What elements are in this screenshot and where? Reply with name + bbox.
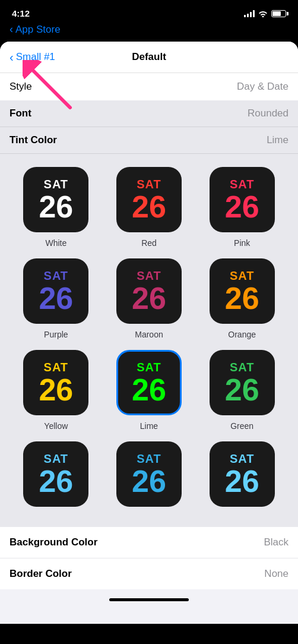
watch-face-green: SAT26: [210, 350, 275, 415]
color-item-red[interactable]: SAT26Red: [103, 161, 196, 252]
color-item-orange[interactable]: SAT26Orange: [195, 252, 289, 344]
watch-face-yellow: SAT26: [23, 350, 88, 415]
watch-num-green: 26: [225, 374, 259, 405]
watch-num-yellow: 26: [39, 374, 73, 405]
color-grid: SAT26WhiteSAT26RedSAT26PinkSAT26PurpleSA…: [9, 161, 289, 517]
color-name-maroon: Maroon: [135, 330, 163, 339]
home-bar: [109, 598, 189, 601]
watch-face-teal1: SAT26: [23, 441, 88, 507]
tint-color-label: Tint Color: [9, 134, 57, 146]
watch-num-white: 26: [39, 191, 73, 222]
background-color-value: Black: [264, 536, 289, 548]
watch-num-lime: 26: [132, 374, 166, 405]
color-name-pink: Pink: [234, 238, 250, 248]
main-card: ‹ Small #1 Default Style Day & Date Font…: [0, 42, 298, 624]
watch-num-cyan: 26: [225, 466, 259, 497]
watch-num-red: 26: [132, 191, 166, 222]
color-item-maroon[interactable]: SAT26Maroon: [103, 252, 196, 344]
watch-face-lime: SAT26: [116, 350, 182, 415]
style-label: Style: [9, 81, 32, 93]
status-bar: 4:12: [0, 0, 298, 23]
nav-back-label: Small #1: [16, 51, 55, 63]
color-item-purple[interactable]: SAT26Purple: [9, 252, 103, 344]
border-color-label: Border Color: [9, 568, 72, 580]
style-section: Style Day & Date: [0, 73, 298, 100]
app-store-back[interactable]: ‹ App Store: [0, 23, 298, 42]
watch-num-orange: 26: [225, 283, 259, 314]
color-item-lime[interactable]: SAT26Lime: [103, 344, 196, 435]
color-item-teal1[interactable]: SAT26: [9, 435, 103, 517]
nav-back-chevron-icon: ‹: [9, 50, 14, 64]
status-time: 4:12: [12, 8, 30, 18]
watch-face-purple: SAT26: [23, 258, 88, 324]
wifi-icon: [258, 10, 268, 17]
nav-back-button[interactable]: ‹ Small #1: [9, 50, 55, 64]
signal-icon: [244, 10, 255, 17]
border-color-value: None: [264, 568, 289, 580]
nav-title: Default: [132, 51, 166, 63]
color-item-pink[interactable]: SAT26Pink: [195, 161, 289, 252]
watch-num-teal2: 26: [132, 466, 166, 497]
watch-face-red: SAT26: [116, 167, 182, 232]
nav-header: ‹ Small #1 Default: [0, 42, 298, 73]
watch-num-teal1: 26: [39, 466, 73, 497]
back-chevron-icon: ‹: [9, 23, 13, 36]
border-color-row[interactable]: Border Color None: [0, 558, 298, 589]
color-name-red: Red: [141, 238, 157, 248]
color-item-white[interactable]: SAT26White: [9, 161, 103, 252]
color-name-green: Green: [230, 421, 253, 431]
color-name-orange: Orange: [228, 330, 256, 339]
bottom-sections: Background Color Black Border Color None: [0, 527, 298, 589]
watch-face-maroon: SAT26: [116, 258, 182, 324]
watch-face-cyan: SAT26: [210, 441, 275, 507]
watch-face-orange: SAT26: [210, 258, 275, 324]
font-label: Font: [9, 108, 31, 119]
color-item-cyan[interactable]: SAT26: [195, 435, 289, 517]
background-color-row[interactable]: Background Color Black: [0, 527, 298, 558]
tint-color-section[interactable]: Tint Color Lime: [0, 127, 298, 154]
home-indicator: [0, 589, 298, 610]
style-value: Day & Date: [237, 81, 289, 93]
watch-face-teal2: SAT26: [116, 441, 182, 507]
color-item-green[interactable]: SAT26Green: [195, 344, 289, 435]
watch-num-purple: 26: [39, 283, 73, 314]
color-name-yellow: Yellow: [44, 421, 68, 431]
color-item-yellow[interactable]: SAT26Yellow: [9, 344, 103, 435]
watch-face-pink: SAT26: [210, 167, 275, 232]
tint-color-value: Lime: [267, 134, 289, 146]
font-value: Rounded: [248, 108, 289, 119]
color-name-purple: Purple: [44, 330, 68, 339]
color-item-teal2[interactable]: SAT26: [103, 435, 196, 517]
color-name-lime: Lime: [140, 421, 158, 431]
color-name-white: White: [45, 238, 66, 248]
app-store-back-label: App Store: [15, 24, 61, 36]
watch-face-white: SAT26: [23, 167, 88, 232]
style-row[interactable]: Style Day & Date: [0, 73, 298, 100]
battery-icon: [271, 10, 286, 17]
background-color-label: Background Color: [9, 536, 97, 548]
watch-num-maroon: 26: [132, 283, 166, 314]
status-icons: [244, 10, 286, 17]
color-grid-container: SAT26WhiteSAT26RedSAT26PinkSAT26PurpleSA…: [0, 154, 298, 527]
watch-num-pink: 26: [225, 191, 259, 222]
font-section[interactable]: Font Rounded: [0, 100, 298, 127]
